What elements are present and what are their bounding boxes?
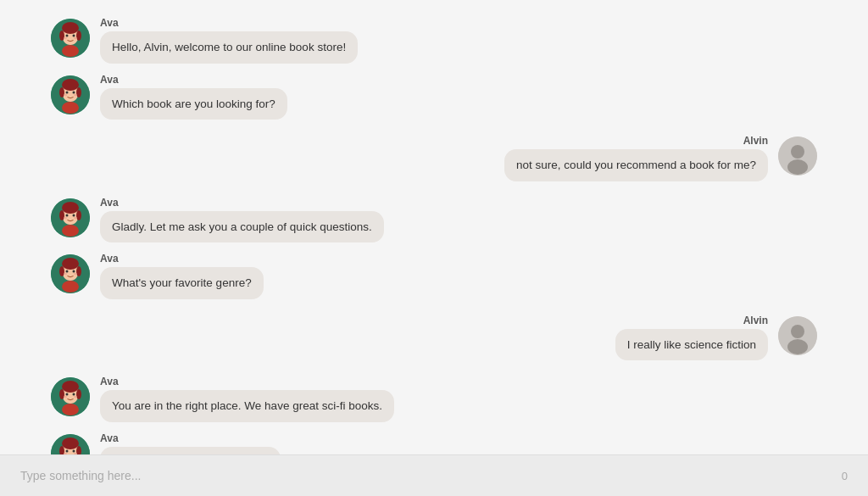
message-group: Ava What's your favorite genre? (51, 253, 817, 299)
svg-point-25 (62, 202, 79, 214)
ava-bubble-wrap: Ava Gladly. Let me ask you a couple of q… (100, 197, 384, 243)
svg-point-52 (66, 393, 69, 396)
svg-point-44 (791, 325, 804, 338)
svg-point-2 (62, 22, 79, 34)
alvin-avatar (778, 316, 817, 355)
svg-point-6 (66, 35, 69, 37)
svg-point-14 (76, 87, 81, 98)
svg-point-27 (76, 210, 81, 220)
svg-point-62 (66, 449, 69, 452)
svg-point-51 (62, 404, 79, 415)
svg-point-8 (64, 37, 67, 39)
message-group: Ava Hello, Alvin, welcome to our online … (51, 17, 817, 64)
svg-point-63 (73, 449, 75, 452)
chat-container: Ava Hello, Alvin, welcome to our online … (0, 0, 868, 454)
svg-point-36 (59, 266, 64, 276)
message-group: Alvin not sure, could you recommend a bo… (51, 135, 817, 181)
svg-point-50 (76, 389, 81, 399)
svg-point-32 (74, 216, 77, 218)
message-bubble: Hello, Alvin, welcome to our online book… (100, 31, 358, 64)
sender-name: Ava (100, 197, 384, 209)
svg-point-58 (62, 437, 79, 449)
ava-avatar (51, 19, 90, 58)
svg-point-29 (66, 214, 69, 216)
input-area: Type something here... 0 (0, 454, 868, 496)
message-group: Ava What do like the most about it? (51, 432, 817, 454)
message-bubble: You are in the right place. We have grea… (100, 390, 394, 422)
message-group: Ava You are in the right place. We have … (51, 376, 817, 422)
ava-bubble-wrap: Ava Which book are you looking for? (100, 74, 287, 120)
svg-point-15 (62, 102, 79, 114)
svg-point-31 (64, 216, 67, 218)
message-bubble: Which book are you looking for? (100, 88, 287, 120)
svg-point-48 (62, 381, 79, 393)
svg-point-54 (64, 396, 67, 398)
ava-bubble-wrap: Ava You are in the right place. We have … (100, 376, 394, 422)
sender-name: Ava (100, 74, 287, 86)
svg-point-16 (66, 91, 69, 93)
message-bubble: I really like science fiction (615, 329, 768, 361)
svg-point-55 (74, 396, 77, 398)
alvin-bubble-wrap: Alvin I really like science fiction (615, 315, 768, 361)
message-group: Ava Which book are you looking for? (51, 74, 817, 120)
svg-point-9 (74, 37, 77, 39)
svg-point-13 (59, 87, 64, 98)
sender-name: Alvin (743, 315, 768, 326)
svg-point-7 (73, 35, 75, 37)
svg-point-42 (74, 273, 77, 275)
svg-point-19 (74, 93, 77, 95)
ava-avatar (51, 198, 90, 237)
svg-point-40 (73, 270, 75, 273)
svg-point-12 (62, 79, 79, 91)
message-group: Alvin I really like science fiction (51, 315, 817, 361)
svg-point-3 (59, 31, 64, 41)
ava-bubble-wrap: Ava What do like the most about it? (100, 432, 281, 454)
ava-avatar (51, 434, 90, 454)
message-bubble: Gladly. Let me ask you a couple of quick… (100, 211, 384, 243)
svg-point-53 (73, 393, 75, 396)
sender-name: Ava (100, 376, 394, 387)
svg-point-35 (62, 258, 79, 270)
svg-point-18 (64, 93, 67, 95)
svg-point-4 (76, 31, 81, 41)
sender-name: Ava (100, 17, 358, 29)
ava-bubble-wrap: Ava What's your favorite genre? (100, 253, 264, 299)
ava-avatar (51, 75, 90, 114)
svg-point-49 (59, 389, 64, 399)
svg-point-41 (64, 273, 67, 275)
sender-name: Ava (100, 253, 264, 265)
svg-point-30 (73, 214, 75, 216)
ava-avatar (51, 377, 90, 416)
alvin-bubble-wrap: Alvin not sure, could you recommend a bo… (504, 135, 768, 181)
svg-point-28 (62, 225, 79, 237)
message-bubble: What's your favorite genre? (100, 267, 264, 299)
ava-avatar (51, 254, 90, 293)
char-count: 0 (842, 470, 848, 482)
message-bubble: not sure, could you recommend a book for… (504, 149, 768, 181)
svg-point-45 (787, 339, 808, 354)
ava-bubble-wrap: Ava Hello, Alvin, welcome to our online … (100, 17, 358, 64)
input-placeholder[interactable]: Type something here... (20, 469, 141, 482)
svg-point-21 (791, 145, 804, 159)
message-bubble: What do like the most about it? (100, 447, 281, 454)
sender-name: Ava (100, 432, 281, 444)
svg-point-22 (787, 159, 808, 175)
sender-name: Alvin (743, 135, 768, 147)
svg-point-5 (62, 45, 79, 57)
svg-point-39 (66, 270, 69, 273)
svg-point-17 (73, 91, 75, 93)
svg-point-38 (62, 281, 79, 293)
message-group: Ava Gladly. Let me ask you a couple of q… (51, 197, 817, 243)
alvin-avatar (778, 137, 817, 176)
svg-point-37 (76, 266, 81, 276)
svg-point-26 (59, 210, 64, 220)
